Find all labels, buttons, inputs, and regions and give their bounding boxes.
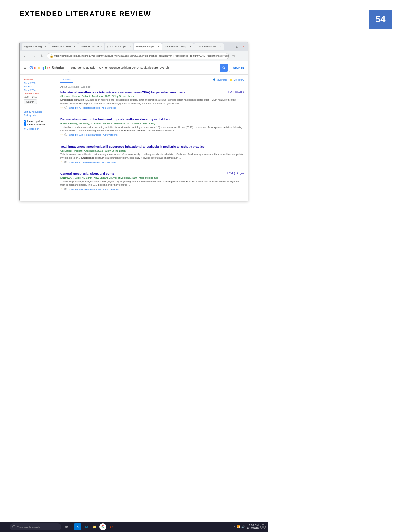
tab-dashboard[interactable]: Dashboard - Tuto... × <box>49 43 78 50</box>
tab-casp-random[interactable]: CASP-Randomize... × <box>194 43 224 50</box>
include-citations-label: Include citations <box>27 123 45 126</box>
result-snippet: Emergence agitation (EA) has been report… <box>60 98 244 105</box>
result-snippet: ... situations has been reported, includ… <box>60 126 244 133</box>
cite-button[interactable]: ⓪ <box>64 188 67 191</box>
logo-o-red: o <box>34 65 37 70</box>
all-versions-link[interactable]: All 6 versions <box>102 106 116 109</box>
sidebar-any-time[interactable]: Any time <box>24 78 55 81</box>
include-citations-row: Include citations <box>24 123 55 126</box>
sidebar-custom-range[interactable]: Custom range <box>24 92 55 95</box>
my-profile-label: My profile <box>217 78 227 81</box>
result-meta: ☆ ⓪ Cited by 103 Related articles All 6 … <box>60 133 244 137</box>
tab-roundups-close[interactable]: × <box>129 45 131 48</box>
sidebar-since-2017[interactable]: Since 2017 <box>24 85 55 88</box>
sort-by-date[interactable]: Sort by date <box>24 114 55 117</box>
tab-order[interactable]: Order id: 701531 × <box>78 43 104 50</box>
tab-order-close[interactable]: × <box>100 45 102 48</box>
sidebar-since-2014[interactable]: Since 2014 <box>24 89 55 92</box>
tab-dashboard-label: Dashboard - Tuto... <box>52 45 73 48</box>
results-header: Articles 👤 My profile ⭐ My library <box>60 77 244 83</box>
tab-casp-tool-close[interactable]: × <box>190 45 191 48</box>
logo-o-yellow: o <box>38 65 41 70</box>
related-articles-link[interactable]: Related articles <box>83 161 100 164</box>
star-icon[interactable]: ☆ <box>60 188 63 191</box>
result-title[interactable]: Inhalational anesthesia vs total intrave… <box>60 90 185 94</box>
include-citations-checkbox[interactable] <box>24 123 26 126</box>
tab-casp-tool[interactable]: G CASP tool - Goog... × <box>162 43 194 50</box>
result-title[interactable]: General anesthesia, sleep, and coma <box>60 172 114 176</box>
cited-count[interactable]: Cited by 35 <box>69 161 81 164</box>
cite-button[interactable]: ⓪ <box>64 161 67 164</box>
page-header: EXTENDED LITERATURE REVIEW 54 <box>0 0 411 35</box>
star-icon[interactable]: ☆ <box>60 106 63 109</box>
window-close[interactable]: × <box>241 45 246 48</box>
related-articles-link[interactable]: Related articles <box>84 133 101 136</box>
result-item: Dexmedetomidine for the treatment of pos… <box>60 117 244 140</box>
star-icon[interactable]: ☆ <box>60 161 63 164</box>
browser-screenshot: Signed in as rag... × Dashboard - Tuto..… <box>19 42 248 201</box>
tab-signed-in[interactable]: Signed in as rag... × <box>22 43 49 50</box>
scholar-search-button[interactable] <box>220 64 228 72</box>
all-versions-link[interactable]: All 5 versions <box>102 161 116 164</box>
tab-emergence-label: emergence agita... <box>136 45 156 48</box>
scholar-body: Any time Since 2018 Since 2017 Since 201… <box>20 75 248 201</box>
my-profile-button[interactable]: 👤 My profile <box>213 78 227 81</box>
bookmark-button[interactable]: ☆ <box>231 53 237 59</box>
tab-casp-random-close[interactable]: × <box>220 45 221 48</box>
sign-in-link[interactable]: SIGN IN <box>233 66 244 69</box>
all-versions-link[interactable]: All 20 versions <box>103 188 119 191</box>
tab-emergence-close[interactable]: × <box>158 45 159 48</box>
result-title[interactable]: Dexmedetomidine for the treatment of pos… <box>60 117 244 121</box>
result-authors: J Lerman, M John · Pediatric Anesthesia,… <box>60 95 244 98</box>
address-field[interactable]: 🔒 https://scholar.google.co.in/scholar?a… <box>47 53 229 59</box>
result-snippet: ... cholinergic activity throughout the … <box>60 180 244 187</box>
include-patents-checkbox[interactable] <box>24 120 26 123</box>
forward-button[interactable]: → <box>31 53 37 59</box>
window-controls: — □ × <box>227 45 246 48</box>
tab-roundups-label: (2109) Roundups... <box>107 45 128 48</box>
year-dash: — <box>29 96 32 98</box>
tab-dashboard-close[interactable]: × <box>74 45 75 48</box>
create-alert-icon: ✉ <box>24 127 26 130</box>
cited-count[interactable]: Cited by 103 <box>69 133 83 136</box>
result-meta: ☆ ⓪ Cited by 540 Related articles All 20… <box>60 188 244 191</box>
tab-roundups[interactable]: (2109) Roundups... × <box>105 43 133 50</box>
tab-emergence[interactable]: emergence agita... × <box>134 43 162 50</box>
include-patents-label: Include patents <box>27 120 44 123</box>
cite-button[interactable]: ⓪ <box>64 106 67 109</box>
all-versions-link[interactable]: All 6 versions <box>103 133 118 136</box>
refresh-button[interactable]: ↻ <box>39 53 45 59</box>
related-articles-link[interactable]: Related articles <box>84 188 101 191</box>
hamburger-menu[interactable]: ≡ <box>24 65 26 70</box>
scholar-page: ≡ Google Scholar "emergence agitation" O… <box>20 61 248 201</box>
window-maximize[interactable]: □ <box>235 45 240 48</box>
page-title: EXTENDED LITERATURE REVIEW <box>19 10 151 18</box>
cited-count[interactable]: Cited by 540 <box>69 188 83 191</box>
person-icon: 👤 <box>213 78 216 81</box>
browser-titlebar: Signed in as rag... × Dashboard - Tuto..… <box>20 42 248 51</box>
sidebar-since-2018[interactable]: Since 2018 <box>24 82 55 84</box>
cited-count[interactable]: Cited by 73 <box>69 106 81 109</box>
create-alert[interactable]: ✉ Create alert <box>24 127 55 130</box>
star-icon[interactable]: ☆ <box>60 133 63 136</box>
extensions-button[interactable]: ⋮ <box>239 53 245 59</box>
result-pdf-link[interactable]: [PDF] psu.edu <box>228 90 244 93</box>
tab-signed-in-close[interactable]: × <box>45 45 46 48</box>
articles-tab[interactable]: Articles <box>60 77 73 83</box>
my-library-button[interactable]: ⭐ My library <box>230 78 244 81</box>
window-minimize[interactable]: — <box>227 45 233 48</box>
cite-button[interactable]: ⓪ <box>64 133 67 137</box>
sidebar-search-button[interactable]: Search <box>24 99 37 104</box>
scholar-search-text: "emergence agitation" OR "emergence deli… <box>70 66 220 69</box>
related-articles-link[interactable]: Related articles <box>83 106 100 109</box>
result-snippet: Total intravenous anesthesia provides ea… <box>60 153 244 160</box>
result-item: Inhalational anesthesia vs total intrave… <box>60 90 244 113</box>
result-html-link[interactable]: [HTML] nih.gov <box>227 172 244 175</box>
result-title[interactable]: Total intravenous anesthesia will superc… <box>60 145 244 149</box>
results-tabs: Articles <box>60 77 73 83</box>
back-button[interactable]: ← <box>22 53 29 59</box>
tab-order-label: Order id: 701531 <box>81 45 99 48</box>
scholar-search-bar[interactable]: "emergence agitation" OR "emergence deli… <box>68 64 230 72</box>
sort-by-relevance[interactable]: Sort by relevance <box>24 110 55 113</box>
lock-icon: 🔒 <box>50 54 53 58</box>
